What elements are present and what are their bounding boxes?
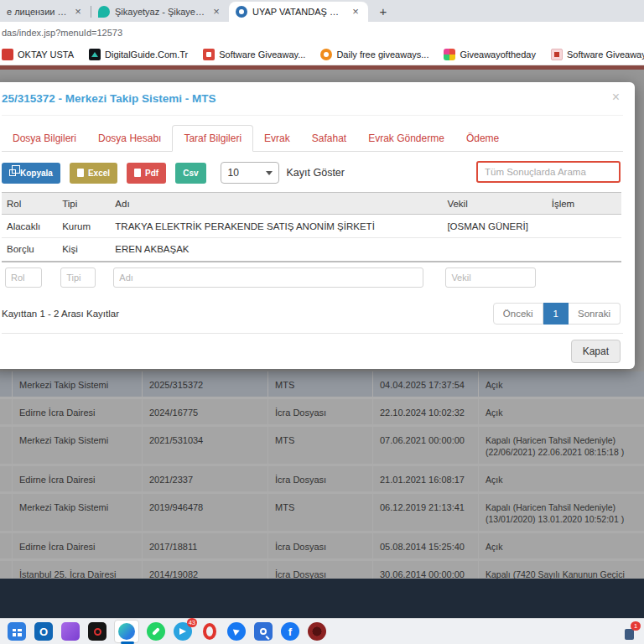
browser-tab-comss[interactable]: е лицензии - COMSS × (0, 2, 91, 22)
ms-store-icon[interactable] (7, 621, 27, 641)
chevron-down-icon (266, 171, 273, 175)
excel-icon (77, 169, 84, 177)
address-bar[interactable]: das/index.jsp?menuId=12573 (0, 22, 644, 44)
bookmark-giveawayoftheday[interactable]: Giveawayoftheday (444, 49, 536, 60)
search-app-icon[interactable] (253, 621, 273, 641)
taskbar: O 43 f 1 (0, 618, 644, 644)
bookmark-label: Software Giveaway... (567, 49, 644, 60)
header-rol[interactable]: Rol (2, 193, 57, 215)
tab-dosya-hesabi[interactable]: Dosya Hesabı (87, 126, 172, 151)
facebook-icon[interactable]: f (280, 621, 300, 641)
tab-close-icon[interactable]: × (72, 6, 84, 18)
copy-button[interactable]: Kopyala (2, 163, 60, 184)
tab-dosya-bilgileri[interactable]: Dosya Bilgileri (2, 126, 87, 151)
close-icon[interactable]: × (609, 89, 623, 106)
search-input[interactable] (476, 161, 621, 183)
bookmark-software-giveaway-2[interactable]: Software Giveaway... (551, 49, 644, 60)
url-text: das/index.jsp?menuId=12573 (0, 28, 122, 38)
bookmark-label: Giveawayoftheday (460, 49, 536, 60)
page-1-button[interactable]: 1 (543, 303, 569, 325)
modal-title: 25/315372 - Merkezi Takip Sistemi - MTS (2, 92, 216, 105)
pagination: Önceki 1 Sonraki (493, 303, 621, 325)
giveawayoftheday-icon (444, 49, 455, 60)
modal-tab-bar: Dosya Bilgileri Dosya Hesabı Taraf Bilgi… (2, 124, 623, 152)
table-info-row: Kayıttan 1 - 2 Arası Kayıtlar Önceki 1 S… (2, 301, 623, 326)
bookmark-label: Software Giveaway... (219, 49, 305, 60)
table-header-row: Rol Tipi Adı Vekil İşlem (2, 193, 621, 215)
tab-label: е лицензии - COMSS (7, 7, 67, 17)
tab-label: UYAP VATANDAŞ BİLGİ SİSTEMİ (252, 7, 345, 17)
tab-evrak[interactable]: Evrak (253, 126, 301, 151)
outlook-icon[interactable]: O (34, 621, 54, 641)
sikayetvar-favicon-icon (98, 6, 110, 18)
browser-tab-uyap[interactable]: UYAP VATANDAŞ BİLGİ SİSTEMİ × (229, 2, 368, 22)
header-vekil[interactable]: Vekil (442, 193, 546, 215)
kapat-button[interactable]: Kapat (571, 340, 621, 363)
bookmark-daily-free-giveaways[interactable]: Daily free giveaways... (320, 49, 428, 60)
bookmark-label: DigitalGuide.Com.Tr (105, 49, 188, 60)
screen: е лицензии - COMSS × Şikayetyaz - Şikaye… (0, 0, 644, 644)
mts-detail-modal: 25/315372 - Merkezi Takip Sistemi - MTS … (0, 82, 635, 369)
tab-label: Şikayetyaz - Şikayetvar (115, 7, 205, 17)
csv-export-button[interactable]: Csv (175, 163, 205, 184)
bookmark-digitalguide[interactable]: DigitalGuide.Com.Tr (89, 49, 188, 60)
filter-adi-input[interactable] (113, 267, 423, 288)
bookmark-label: OKTAY USTA (18, 49, 74, 60)
header-adi[interactable]: Adı (110, 193, 442, 215)
tab-safahat[interactable]: Safahat (301, 126, 357, 151)
table-row: Borçlu Kişi EREN AKBAŞAK (2, 238, 621, 262)
tab-close-icon[interactable]: × (350, 6, 361, 18)
telegram-badge: 43 (187, 618, 197, 627)
oktay-usta-icon (2, 49, 13, 60)
excel-export-button[interactable]: Excel (70, 163, 117, 184)
new-tab-button[interactable]: + (373, 1, 393, 21)
browser-tab-strip: е лицензии - COMSS × Şikayetyaz - Şikaye… (0, 0, 644, 22)
whatsapp-icon[interactable] (146, 621, 166, 641)
header-islem[interactable]: İşlem (547, 193, 621, 215)
filter-rol-input[interactable] (5, 267, 42, 288)
header-tipi[interactable]: Tipi (57, 193, 110, 215)
filter-tipi-input[interactable] (60, 267, 96, 288)
page-size-select[interactable]: 10 (221, 162, 279, 184)
bookmark-software-giveaway-1[interactable]: Software Giveaway... (203, 49, 305, 60)
opera-icon[interactable] (200, 621, 220, 641)
tab-odeme[interactable]: Ödeme (455, 126, 510, 151)
tab-close-icon[interactable]: × (210, 6, 222, 18)
uyap-favicon-icon (236, 6, 247, 18)
daily-giveaways-icon (320, 49, 332, 60)
tray-badge: 1 (631, 621, 641, 631)
digitalguide-icon (89, 49, 101, 60)
security-app-icon[interactable] (307, 621, 327, 641)
screen-recorder-icon[interactable] (87, 621, 107, 641)
bookmarks-bar: OKTAY USTA DigitalGuide.Com.Tr Software … (0, 44, 644, 65)
telegram-icon[interactable]: 43 (173, 621, 193, 641)
system-tray-notification[interactable]: 1 (624, 623, 639, 640)
modal-footer: Kapat (2, 333, 623, 369)
software-giveaway-icon (203, 49, 215, 60)
filter-vekil-input[interactable] (445, 267, 536, 288)
next-page-button[interactable]: Sonraki (569, 303, 621, 325)
copy-icon (9, 169, 16, 176)
page-size-label: Kayıt Göster (287, 167, 345, 179)
pdf-export-button[interactable]: Pdf (127, 163, 166, 184)
table-filter-row (2, 262, 621, 293)
table-row: Alacaklı Kurum TRAKYA ELEKTRİK PERAKENDE… (2, 215, 621, 238)
media-app-icon[interactable] (60, 621, 80, 641)
browser-tab-sikayetvar[interactable]: Şikayetyaz - Şikayetvar × (91, 2, 229, 22)
tab-evrak-gonderme[interactable]: Evrak Gönderme (357, 126, 455, 151)
pdf-icon (134, 169, 141, 177)
tab-taraf-bilgileri[interactable]: Taraf Bilgileri (172, 125, 253, 152)
taraf-table: Rol Tipi Adı Vekil İşlem Alacaklı Kurum … (2, 192, 621, 293)
bookmark-label: Daily free giveaways... (336, 49, 428, 60)
bookmark-oktay-usta[interactable]: OKTAY USTA (2, 49, 74, 60)
edge-browser-icon[interactable] (114, 620, 139, 643)
previous-page-button[interactable]: Önceki (493, 303, 543, 325)
tray-app-icon (625, 629, 634, 640)
software-giveaway-icon (551, 49, 563, 60)
table-toolbar: Kopyala Excel Pdf Csv 10 Kayıt Göster (2, 161, 623, 184)
modal-header: 25/315372 - Merkezi Takip Sistemi - MTS … (2, 82, 623, 116)
messenger-icon[interactable] (226, 621, 247, 641)
records-info: Kayıttan 1 - 2 Arası Kayıtlar (2, 309, 119, 319)
